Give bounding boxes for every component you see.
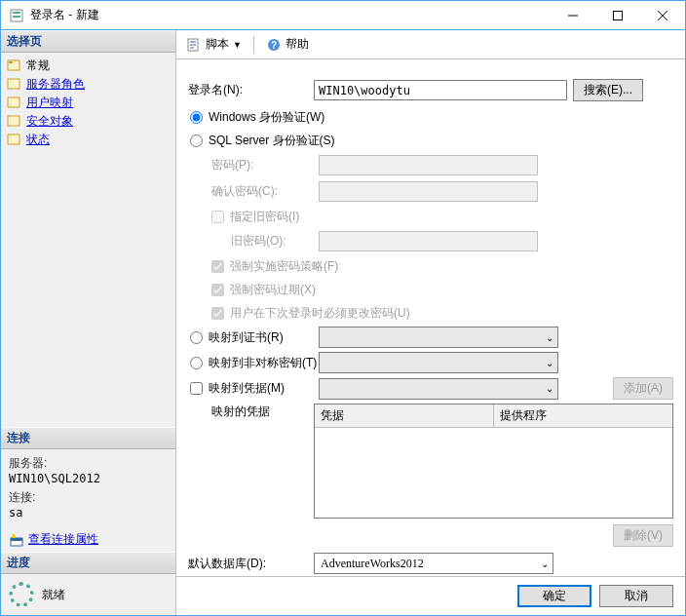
map-cert-label: 映射到证书(R) (209, 329, 284, 346)
mapped-cred-label: 映射的凭据 (182, 404, 314, 420)
remove-button: 删除(V) (613, 524, 673, 547)
script-icon (186, 37, 202, 53)
sql-auth-label: SQL Server 身份验证(S) (209, 133, 335, 149)
confirm-password-input (319, 181, 538, 202)
ok-button[interactable]: 确定 (517, 585, 591, 607)
col-credential: 凭据 (315, 404, 494, 427)
conn-label: 连接: (9, 489, 168, 506)
script-button[interactable]: 脚本 ▼ (182, 34, 246, 55)
page-general[interactable]: 常规 (5, 57, 172, 75)
sidebar: 选择页 常规 服务器角色 用户映射 安全对象 状态 连接 服务器: WIN10\… (1, 30, 176, 615)
connection-header: 连接 (1, 427, 175, 449)
password-label: 密码(P): (211, 157, 319, 173)
col-provider: 提供程序 (494, 404, 672, 427)
close-button[interactable] (640, 1, 685, 29)
view-connection-properties[interactable]: 查看连接属性 (1, 527, 175, 552)
spinner-icon (9, 582, 34, 607)
windows-auth-radio[interactable] (190, 111, 203, 124)
main-panel: 脚本 ▼ ? 帮助 登录名(N): 搜索(E)... (176, 30, 685, 615)
progress-status: 就绪 (1, 574, 175, 615)
help-button[interactable]: ? 帮助 (262, 34, 313, 55)
svg-rect-10 (8, 97, 19, 107)
specify-old-label: 指定旧密码(I) (230, 209, 299, 225)
map-cred-checkbox[interactable] (190, 382, 203, 395)
search-button[interactable]: 搜索(E)... (573, 79, 643, 101)
login-new-window: 登录名 - 新建 选择页 常规 服务器角色 用户映射 安全对象 状态 连接 服务… (0, 0, 686, 616)
must-change-checkbox (211, 307, 224, 320)
svg-rect-12 (8, 135, 19, 144)
old-password-input (319, 231, 538, 251)
default-db-label: 默认数据库(D): (182, 556, 314, 572)
specify-old-checkbox (211, 211, 224, 223)
properties-icon (9, 532, 24, 548)
svg-rect-9 (8, 79, 19, 89)
svg-point-15 (12, 534, 16, 538)
dialog-footer: 确定 取消 (176, 576, 685, 615)
maximize-button[interactable] (595, 1, 640, 29)
map-asym-radio[interactable] (190, 357, 203, 369)
add-button: 添加(A) (613, 377, 673, 400)
connection-info: 服务器: WIN10\SQL2012 连接: sa (1, 449, 175, 527)
help-icon: ? (266, 37, 282, 53)
titlebar[interactable]: 登录名 - 新建 (1, 1, 685, 30)
toolbar: 脚本 ▼ ? 帮助 (176, 30, 685, 59)
select-page-header: 选择页 (1, 30, 175, 53)
enforce-expire-label: 强制密码过期(X) (230, 282, 316, 298)
page-server-roles[interactable]: 服务器角色 (5, 75, 172, 94)
page-user-mapping[interactable]: 用户映射 (5, 94, 172, 112)
asym-combo[interactable]: ⌄ (319, 352, 558, 373)
page-status[interactable]: 状态 (5, 131, 172, 149)
minimize-button[interactable] (551, 1, 595, 29)
login-name-input[interactable] (314, 80, 567, 100)
password-input (319, 155, 538, 175)
svg-rect-14 (11, 538, 22, 541)
page-tree: 常规 服务器角色 用户映射 安全对象 状态 (1, 53, 175, 153)
svg-rect-1 (13, 12, 20, 14)
chevron-down-icon: ⌄ (546, 383, 553, 394)
sql-auth-radio[interactable] (190, 135, 203, 147)
progress-header: 进度 (1, 552, 175, 574)
windows-auth-label: Windows 身份验证(W) (209, 109, 324, 126)
conn-value: sa (9, 506, 168, 520)
page-securables[interactable]: 安全对象 (5, 112, 172, 131)
dropdown-arrow-icon: ▼ (233, 40, 242, 50)
credential-grid[interactable]: 凭据 提供程序 (314, 404, 673, 519)
server-value: WIN10\SQL2012 (9, 472, 168, 485)
svg-rect-4 (614, 11, 623, 19)
ready-label: 就绪 (42, 587, 65, 603)
enforce-expire-checkbox (211, 284, 224, 296)
login-name-label: 登录名(N): (182, 82, 314, 98)
cred-combo[interactable]: ⌄ (319, 378, 558, 400)
svg-rect-8 (9, 61, 13, 63)
map-cert-radio[interactable] (190, 331, 203, 344)
window-title: 登录名 - 新建 (30, 7, 551, 23)
enforce-policy-checkbox (211, 260, 224, 273)
grid-body (315, 428, 672, 518)
map-cred-label: 映射到凭据(M) (209, 380, 285, 397)
form-content: 登录名(N): 搜索(E)... Windows 身份验证(W) SQL Ser… (176, 59, 685, 576)
svg-rect-2 (13, 16, 20, 18)
chevron-down-icon: ⌄ (546, 332, 553, 343)
cert-combo[interactable]: ⌄ (319, 327, 558, 348)
svg-rect-11 (8, 116, 19, 126)
enforce-policy-label: 强制实施密码策略(F) (230, 258, 338, 275)
default-db-combo[interactable]: AdventureWorks2012⌄ (314, 553, 553, 574)
svg-text:?: ? (271, 40, 277, 51)
old-password-label: 旧密码(O): (231, 233, 319, 250)
chevron-down-icon: ⌄ (546, 358, 553, 368)
must-change-label: 用户在下次登录时必须更改密码(U) (230, 305, 410, 322)
cancel-button[interactable]: 取消 (599, 585, 673, 607)
map-asym-label: 映射到非对称密钥(T) (209, 355, 317, 371)
chevron-down-icon: ⌄ (541, 558, 549, 569)
app-icon (9, 8, 24, 23)
confirm-password-label: 确认密码(C): (211, 183, 319, 200)
server-label: 服务器: (9, 455, 168, 472)
toolbar-separator (253, 36, 254, 54)
